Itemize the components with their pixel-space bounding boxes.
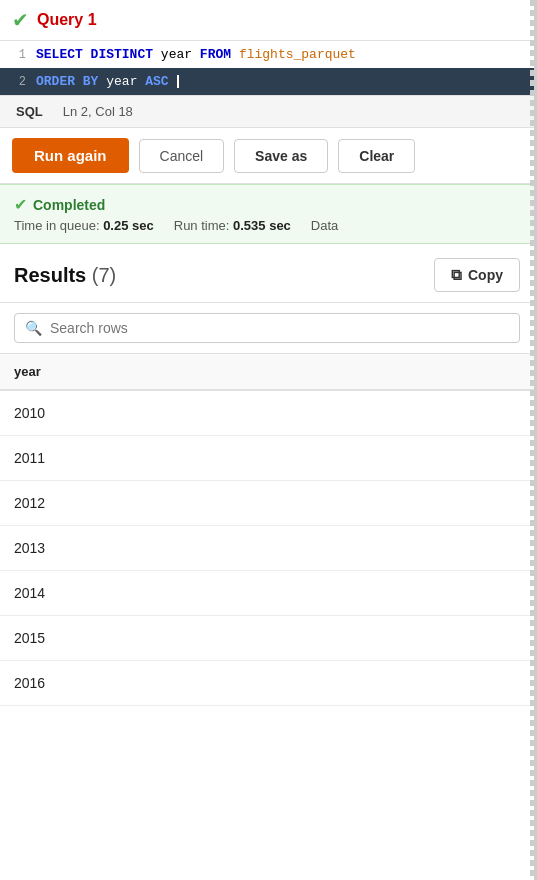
time-in-queue-value: 0.25 sec [103, 218, 154, 233]
query-status-icon: ✔ [12, 8, 29, 32]
keyword-orderby: ORDER BY [36, 74, 98, 89]
table-name: flights_parquet [239, 47, 356, 62]
save-as-button[interactable]: Save as [234, 139, 328, 173]
column-header-year: year [0, 354, 534, 391]
copy-icon: ⧉ [451, 266, 462, 284]
results-title-text: Results [14, 264, 86, 286]
copy-button-label: Copy [468, 267, 503, 283]
code-text: year [106, 74, 145, 89]
keyword-from: FROM [200, 47, 231, 62]
text-cursor [177, 75, 179, 88]
code-line-2: 2 ORDER BY year ASC [0, 68, 534, 95]
code-editor[interactable]: 1 SELECT DISTINCT year FROM flights_parq… [0, 41, 534, 96]
search-box[interactable]: 🔍 [14, 313, 520, 343]
results-header: Results (7) ⧉ Copy [0, 244, 534, 303]
data-label: Data [311, 218, 338, 233]
query-title: Query 1 [37, 11, 97, 29]
time-in-queue-stat: Time in queue: 0.25 sec [14, 218, 154, 233]
keyword-asc: ASC [145, 74, 168, 89]
status-bar: SQL Ln 2, Col 18 [0, 96, 534, 128]
cursor-position: Ln 2, Col 18 [63, 104, 133, 119]
table-row: 2011 [0, 436, 534, 481]
search-icon: 🔍 [25, 320, 42, 336]
completed-banner: ✔ Completed Time in queue: 0.25 sec Run … [0, 184, 534, 244]
line-number-2: 2 [0, 75, 36, 89]
code-line-1: 1 SELECT DISTINCT year FROM flights_parq… [0, 41, 534, 68]
table-row: 2013 [0, 526, 534, 571]
code-text: year [161, 47, 200, 62]
results-count: (7) [92, 264, 116, 286]
table-row: 2012 [0, 481, 534, 526]
completed-label: Completed [33, 197, 105, 213]
results-table: year 2010201120122013201420152016 [0, 354, 534, 706]
table-rows: 2010201120122013201420152016 [0, 391, 534, 706]
table-row: 2010 [0, 391, 534, 436]
table-row: 2015 [0, 616, 534, 661]
table-row: 2014 [0, 571, 534, 616]
table-row: 2016 [0, 661, 534, 706]
keyword-select: SELECT DISTINCT [36, 47, 153, 62]
completed-check-icon: ✔ [14, 195, 27, 214]
run-time-stat: Run time: 0.535 sec [174, 218, 291, 233]
search-row: 🔍 [0, 303, 534, 354]
cancel-button[interactable]: Cancel [139, 139, 225, 173]
run-again-button[interactable]: Run again [12, 138, 129, 173]
search-input[interactable] [50, 320, 509, 336]
results-title: Results (7) [14, 264, 116, 287]
toolbar: Run again Cancel Save as Clear [0, 128, 534, 184]
code-content-1: SELECT DISTINCT year FROM flights_parque… [36, 45, 534, 64]
completed-status-row: ✔ Completed [14, 195, 520, 214]
code-content-2: ORDER BY year ASC [36, 72, 534, 91]
copy-button[interactable]: ⧉ Copy [434, 258, 520, 292]
line-number-1: 1 [0, 48, 36, 62]
language-indicator: SQL [16, 104, 43, 119]
query-header: ✔ Query 1 [0, 0, 534, 41]
run-time-value: 0.535 sec [233, 218, 291, 233]
time-in-queue-label: Time in queue: [14, 218, 100, 233]
clear-button[interactable]: Clear [338, 139, 415, 173]
run-time-label: Run time: [174, 218, 230, 233]
stats-row: Time in queue: 0.25 sec Run time: 0.535 … [14, 218, 520, 233]
data-stat: Data [311, 218, 338, 233]
